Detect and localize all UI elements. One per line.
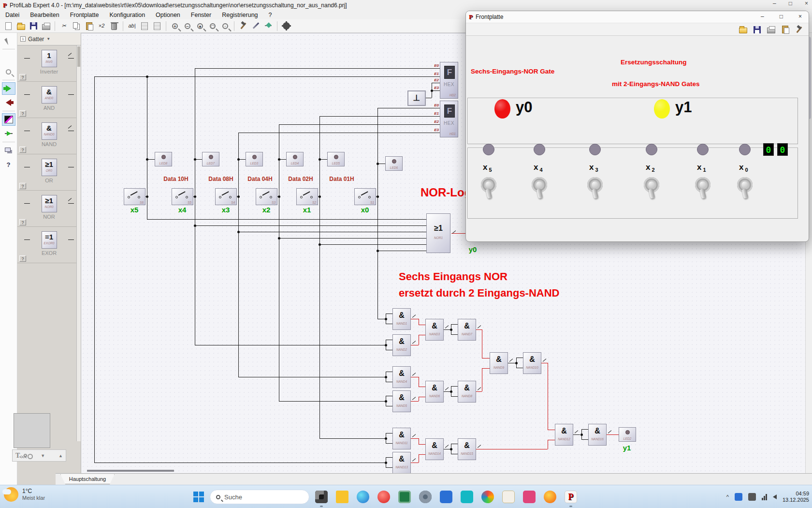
cascade-windows-icon[interactable] [2, 144, 15, 157]
gate-nand6[interactable]: &NAND6 [425, 381, 444, 403]
palette-item-or[interactable]: ≥1OR0OR? [17, 154, 81, 191]
led-led7[interactable]: LED7 [202, 152, 219, 166]
menu-konfiguration[interactable]: Konfiguration [104, 11, 150, 19]
gate-nor1[interactable]: ≥1NOR1 [426, 213, 450, 253]
toggle-switch-x3[interactable] [587, 177, 603, 199]
toggle-switch-x4[interactable] [531, 177, 548, 199]
app-package-icon[interactable] [502, 491, 515, 503]
switch-s3[interactable]: S3 [256, 188, 277, 205]
fp-open-icon[interactable] [738, 25, 748, 34]
cut-icon[interactable]: ✂ [58, 20, 70, 32]
app-browser-red-icon[interactable] [377, 491, 390, 503]
app-pink-icon[interactable] [523, 491, 536, 503]
paste-icon[interactable] [83, 20, 95, 32]
maximize-button[interactable]: □ [789, 0, 792, 7]
app-profilab-icon[interactable]: P [565, 491, 577, 503]
ground-symbol[interactable]: ⊥ [407, 90, 426, 106]
palette-help-button[interactable]: ? [19, 255, 26, 262]
palette-help-button[interactable]: ? [19, 74, 26, 80]
app-explorer-icon[interactable] [336, 491, 348, 503]
app-settings-icon[interactable] [419, 491, 432, 503]
gate-nand1[interactable]: &NAND1 [392, 308, 411, 330]
simulate-icon[interactable] [237, 20, 249, 32]
palette-item-nor[interactable]: ≥1NOR0NOR? [17, 191, 81, 227]
switch-s4[interactable]: S4 [215, 188, 237, 205]
led-led2[interactable]: LED2 [619, 427, 636, 442]
taskbar-search[interactable]: Suche [210, 490, 309, 504]
zoom-tool-icon[interactable] [2, 65, 15, 78]
context-help-icon[interactable]: ? [2, 158, 15, 171]
switch-s2[interactable]: S2 [296, 188, 318, 205]
gate-nand5[interactable]: &NAND5 [392, 390, 411, 412]
network-icon[interactable] [762, 494, 767, 500]
probe-switch-icon[interactable] [2, 127, 15, 140]
snap-node-icon[interactable] [2, 51, 15, 64]
app-edge-icon[interactable] [357, 491, 369, 503]
fp-save-icon[interactable] [752, 25, 762, 34]
grid-large-icon[interactable] [151, 20, 163, 32]
tab-hauptschaltung[interactable]: Hauptschaltung [60, 474, 115, 484]
led-led8[interactable]: LED8 [155, 152, 172, 166]
zoom-in-icon[interactable]: + [169, 20, 181, 32]
hex-display-hd1[interactable]: FHEXHD1 [440, 101, 458, 137]
gate-nand13[interactable]: &NAND13 [392, 452, 411, 473]
palette-item-and[interactable]: &AND0AND? [17, 82, 81, 118]
hi-lo-icon[interactable] [2, 113, 15, 126]
menu-bearbeiten[interactable]: Bearbeiten [25, 11, 64, 19]
palette-item-exor[interactable]: =1EXOR0EXOR? [17, 227, 81, 263]
fp-paste-icon[interactable] [780, 25, 790, 34]
app-blue-icon[interactable] [440, 491, 452, 503]
menu-help[interactable]: ? [263, 11, 277, 19]
palette-group-selector[interactable]: 1 Gatter ▼ [17, 33, 81, 45]
duplicate-icon[interactable]: ×2 [95, 20, 108, 32]
settings-gear-icon[interactable] [280, 20, 292, 32]
palette-help-button[interactable]: ? [19, 183, 26, 189]
select-pointer-icon[interactable] [2, 34, 15, 47]
minimize-button[interactable]: – [773, 0, 776, 7]
led-led3[interactable]: LED3 [246, 152, 263, 166]
wire-tool-icon[interactable] [249, 20, 262, 32]
fp-close-button[interactable]: × [798, 13, 802, 20]
gate-nand2[interactable]: &NAND2 [392, 334, 411, 356]
gate-nand10[interactable]: &NAND10 [523, 352, 541, 374]
app-calc-icon[interactable] [398, 491, 411, 503]
palette-scrollbar[interactable] [76, 45, 81, 441]
text-tool-icon[interactable]: ab| [126, 20, 138, 32]
switch-s5[interactable]: S5 [172, 188, 193, 205]
volume-icon[interactable] [773, 494, 777, 499]
palette-item-nand[interactable]: &NAND0NAND? [17, 118, 81, 154]
menu-optionen[interactable]: Optionen [150, 11, 186, 19]
save-file-icon[interactable] [27, 20, 40, 32]
gate-nand16[interactable]: &NAND16 [588, 424, 607, 446]
switch-s1[interactable]: S1 [354, 188, 376, 205]
menu-datei[interactable]: Datei [0, 11, 25, 19]
gate-nand8[interactable]: &NAND8 [458, 381, 476, 403]
gate-nand7[interactable]: &NAND7 [458, 319, 476, 341]
gate-nand4[interactable]: &NAND4 [392, 366, 411, 388]
gate-nand11[interactable]: &NAND11 [392, 428, 411, 449]
palette-help-button[interactable]: ? [19, 219, 26, 225]
new-file-icon[interactable] [2, 20, 14, 32]
menu-fenster[interactable]: Fenster [186, 11, 217, 19]
open-file-icon[interactable] [14, 20, 27, 32]
hex-display-hd2[interactable]: FHEXHD2 [440, 62, 458, 99]
probe-tool-icon[interactable] [262, 20, 275, 32]
start-button[interactable] [193, 492, 204, 502]
collapse-sidebar-button[interactable]: <<< [19, 454, 27, 460]
tray-chevron-icon[interactable]: ^ [726, 494, 729, 500]
zoom-out-icon[interactable]: − [181, 20, 194, 32]
toggle-switch-x2[interactable] [643, 177, 660, 199]
gate-nand12[interactable]: &NAND12 [555, 424, 573, 446]
fp-minimize-button[interactable]: – [761, 13, 764, 20]
gate-nand9[interactable]: &NAND9 [490, 352, 508, 374]
palette-help-button[interactable]: ? [19, 147, 26, 153]
tray-app-icon[interactable] [735, 493, 742, 501]
zoom-actual-icon[interactable]: ● [194, 20, 206, 32]
toggle-switch-x5[interactable] [480, 177, 497, 199]
app-teal-icon[interactable] [461, 491, 473, 503]
zoom-window-icon[interactable]: ▫ [219, 20, 232, 32]
run-simulation-icon[interactable] [2, 82, 15, 95]
palette-item-inverter[interactable]: 1INV0Inverter? [17, 45, 81, 82]
fp-print-icon[interactable] [766, 25, 776, 34]
gate-nand3[interactable]: &NAND3 [425, 319, 444, 341]
